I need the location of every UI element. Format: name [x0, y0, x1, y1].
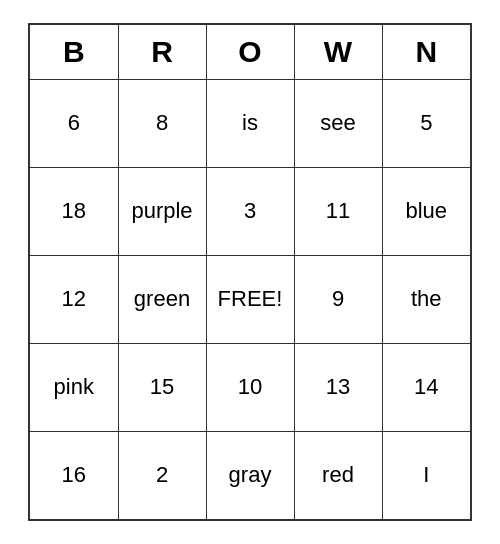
table-cell: I — [382, 431, 470, 519]
table-cell: 8 — [118, 79, 206, 167]
table-row: 12greenFREE!9the — [30, 255, 470, 343]
header-cell-r: R — [118, 25, 206, 79]
table-cell: 9 — [294, 255, 382, 343]
table-row: 68issee5 — [30, 79, 470, 167]
table-cell: red — [294, 431, 382, 519]
table-cell: blue — [382, 167, 470, 255]
header-cell-o: O — [206, 25, 294, 79]
header-cell-n: N — [382, 25, 470, 79]
table-cell: pink — [30, 343, 118, 431]
table-cell: 12 — [30, 255, 118, 343]
table-cell: green — [118, 255, 206, 343]
table-cell: 6 — [30, 79, 118, 167]
header-cell-w: W — [294, 25, 382, 79]
table-cell: FREE! — [206, 255, 294, 343]
table-cell: see — [294, 79, 382, 167]
table-row: 162grayredI — [30, 431, 470, 519]
table-cell: gray — [206, 431, 294, 519]
table-cell: 14 — [382, 343, 470, 431]
table-cell: 5 — [382, 79, 470, 167]
table-row: 18purple311blue — [30, 167, 470, 255]
bingo-card: BROWN 68issee518purple311blue12greenFREE… — [28, 23, 472, 521]
table-cell: 15 — [118, 343, 206, 431]
table-cell: 18 — [30, 167, 118, 255]
table-cell: 16 — [30, 431, 118, 519]
table-cell: 3 — [206, 167, 294, 255]
header-row: BROWN — [30, 25, 470, 79]
table-cell: 11 — [294, 167, 382, 255]
table-cell: 13 — [294, 343, 382, 431]
header-cell-b: B — [30, 25, 118, 79]
table-cell: is — [206, 79, 294, 167]
table-cell: purple — [118, 167, 206, 255]
table-cell: 2 — [118, 431, 206, 519]
bingo-table: BROWN 68issee518purple311blue12greenFREE… — [30, 25, 470, 519]
table-cell: the — [382, 255, 470, 343]
table-cell: 10 — [206, 343, 294, 431]
table-row: pink15101314 — [30, 343, 470, 431]
